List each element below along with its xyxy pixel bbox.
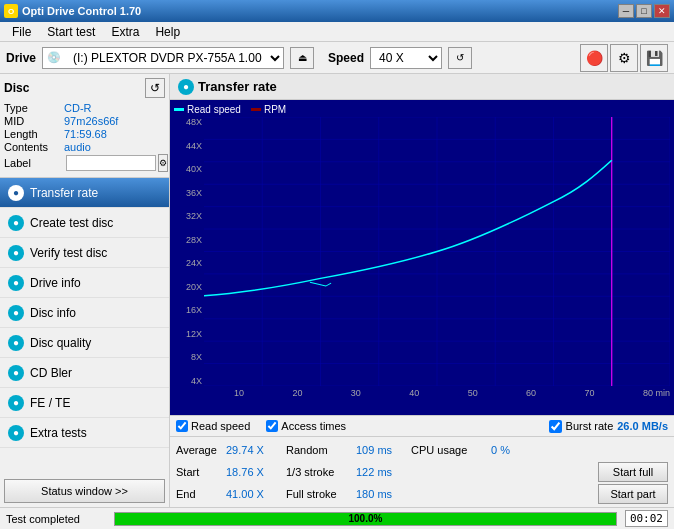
end-label: End xyxy=(176,488,226,500)
legend-rpm-label: RPM xyxy=(264,104,286,115)
y-label-32: 32X xyxy=(174,211,204,221)
nav-item-create-test-disc[interactable]: ● Create test disc xyxy=(0,208,169,238)
speed-refresh-button[interactable]: ↺ xyxy=(448,47,472,69)
speed-select[interactable]: 40 X xyxy=(371,48,441,68)
checkbox-access-times: Access times xyxy=(266,420,346,432)
nav-label-extra-tests: Extra tests xyxy=(30,426,87,440)
nav-item-extra-tests[interactable]: ● Extra tests xyxy=(0,418,169,448)
drive-bar: Drive 💿 (I:) PLEXTOR DVDR PX-755A 1.00 ⏏… xyxy=(0,42,674,74)
stroke-label-1: 1/3 stroke xyxy=(286,466,356,478)
nav-label-fe-te: FE / TE xyxy=(30,396,70,410)
nav-icon-disc-info: ● xyxy=(8,305,24,321)
minimize-button[interactable]: ─ xyxy=(618,4,634,18)
nav-label-transfer-rate: Transfer rate xyxy=(30,186,98,200)
stroke-label-2: Full stroke xyxy=(286,488,356,500)
x-axis: 10 20 30 40 50 60 70 80 min xyxy=(204,388,670,406)
panel-header: ● Transfer rate xyxy=(170,74,674,100)
nav-icon-create-test-disc: ● xyxy=(8,215,24,231)
checkbox-burst-rate-input[interactable] xyxy=(549,420,562,433)
title-bar: O Opti Drive Control 1.70 ─ □ ✕ xyxy=(0,0,674,22)
burst-rate-section: Burst rate 26.0 MB/s xyxy=(549,420,668,433)
main-content: Disc ↺ Type CD-R MID 97m26s66f Length 71… xyxy=(0,74,674,507)
nav-item-drive-info[interactable]: ● Drive info xyxy=(0,268,169,298)
nav-label-create-test-disc: Create test disc xyxy=(30,216,113,230)
label-icon-button[interactable]: ⚙ xyxy=(158,154,168,172)
drive-select[interactable]: (I:) PLEXTOR DVDR PX-755A 1.00 xyxy=(65,48,283,68)
nav-icon-drive-info: ● xyxy=(8,275,24,291)
legend-rpm-color xyxy=(251,108,261,111)
disc-mid-label: MID xyxy=(4,115,64,127)
cpu-label: CPU usage xyxy=(411,444,491,456)
panel-header-icon: ● xyxy=(178,79,194,95)
checkbox-access-times-input[interactable] xyxy=(266,420,278,432)
disc-type-label: Type xyxy=(4,102,64,114)
checkbox-read-speed: Read speed xyxy=(176,420,250,432)
right-panel: ● Transfer rate Read speed RPM 48X xyxy=(170,74,674,507)
average-label: Average xyxy=(176,444,226,456)
nav-item-transfer-rate[interactable]: ● Transfer rate xyxy=(0,178,169,208)
time-display: 00:02 xyxy=(625,510,668,527)
progress-bar: 100.0% xyxy=(114,512,617,526)
nav-item-cd-bler[interactable]: ● CD Bler xyxy=(0,358,169,388)
status-window-button[interactable]: Status window >> xyxy=(4,479,165,503)
nav-label-drive-info: Drive info xyxy=(30,276,81,290)
window-controls: ─ □ ✕ xyxy=(618,4,670,18)
toolbar-btn-3[interactable]: 💾 xyxy=(640,44,668,72)
y-label-12: 12X xyxy=(174,329,204,339)
status-bar: Test completed 100.0% 00:02 xyxy=(0,507,674,529)
disc-title: Disc xyxy=(4,81,29,95)
toolbar-btn-2[interactable]: ⚙ xyxy=(610,44,638,72)
status-text: Test completed xyxy=(6,513,106,525)
start-part-button[interactable]: Start part xyxy=(598,484,668,504)
y-axis: 48X 44X 40X 36X 32X 28X 24X 20X 16X 12X … xyxy=(174,117,204,386)
nav-items: ● Transfer rate ● Create test disc ● Ver… xyxy=(0,178,169,475)
drive-icon: 💿 xyxy=(43,51,65,64)
nav-item-disc-quality[interactable]: ● Disc quality xyxy=(0,328,169,358)
menu-file[interactable]: File xyxy=(4,23,39,41)
menu-start-test[interactable]: Start test xyxy=(39,23,103,41)
menu-bar: File Start test Extra Help xyxy=(0,22,674,42)
chart-plot xyxy=(204,117,670,386)
drive-label: Drive xyxy=(6,51,36,65)
start-label: Start xyxy=(176,466,226,478)
stats-row-2: Start 18.76 X 1/3 stroke 122 ms Start fu… xyxy=(176,461,668,483)
y-label-8: 8X xyxy=(174,352,204,362)
progress-text: 100.0% xyxy=(115,513,616,525)
disc-refresh-button[interactable]: ↺ xyxy=(145,78,165,98)
maximize-button[interactable]: □ xyxy=(636,4,652,18)
legend-read-speed-label: Read speed xyxy=(187,104,241,115)
checkbox-read-speed-input[interactable] xyxy=(176,420,188,432)
stroke-value-1: 122 ms xyxy=(356,466,411,478)
eject-button[interactable]: ⏏ xyxy=(290,47,314,69)
y-label-44: 44X xyxy=(174,141,204,151)
toolbar-btn-1[interactable]: 🔴 xyxy=(580,44,608,72)
menu-extra[interactable]: Extra xyxy=(103,23,147,41)
app-icon: O xyxy=(4,4,18,18)
x-label-50: 50 xyxy=(468,388,478,406)
y-label-36: 36X xyxy=(174,188,204,198)
checkbox-read-speed-label: Read speed xyxy=(191,420,250,432)
menu-help[interactable]: Help xyxy=(147,23,188,41)
end-value: 41.00 X xyxy=(226,488,286,500)
close-button[interactable]: ✕ xyxy=(654,4,670,18)
burst-rate-label: Burst rate xyxy=(566,420,614,432)
nav-item-disc-info[interactable]: ● Disc info xyxy=(0,298,169,328)
nav-label-disc-info: Disc info xyxy=(30,306,76,320)
y-label-24: 24X xyxy=(174,258,204,268)
y-label-20: 20X xyxy=(174,282,204,292)
disc-label-label: Label xyxy=(4,157,64,169)
nav-label-cd-bler: CD Bler xyxy=(30,366,72,380)
nav-item-verify-test-disc[interactable]: ● Verify test disc xyxy=(0,238,169,268)
nav-icon-disc-quality: ● xyxy=(8,335,24,351)
app-title: Opti Drive Control 1.70 xyxy=(22,5,141,17)
average-value: 29.74 X xyxy=(226,444,286,456)
nav-item-fe-te[interactable]: ● FE / TE xyxy=(0,388,169,418)
nav-label-disc-quality: Disc quality xyxy=(30,336,91,350)
start-full-button[interactable]: Start full xyxy=(598,462,668,482)
chart-area: 48X 44X 40X 36X 32X 28X 24X 20X 16X 12X … xyxy=(174,117,670,406)
y-label-48: 48X xyxy=(174,117,204,127)
disc-label-input[interactable] xyxy=(66,155,156,171)
y-label-16: 16X xyxy=(174,305,204,315)
burst-rate-value: 26.0 MB/s xyxy=(617,420,668,432)
nav-icon-verify-test-disc: ● xyxy=(8,245,24,261)
